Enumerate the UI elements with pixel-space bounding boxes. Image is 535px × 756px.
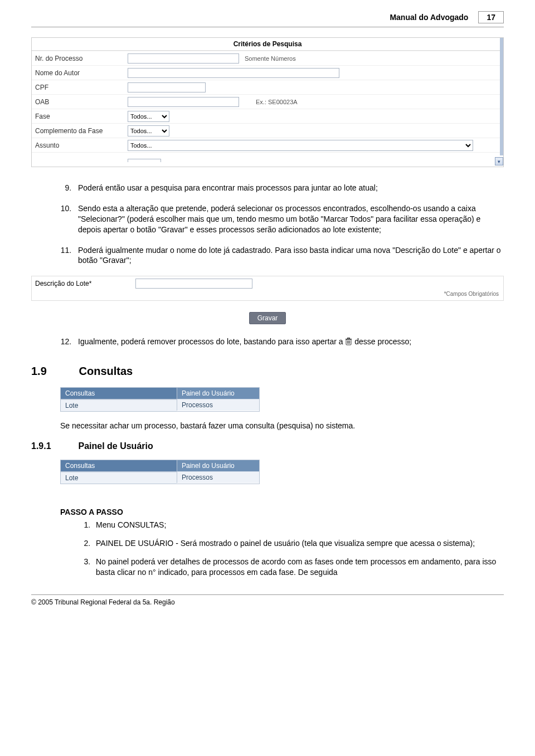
select-fase[interactable]: Todos... bbox=[128, 111, 169, 122]
scroll-down-icon[interactable]: ▾ bbox=[495, 157, 503, 165]
menu-consultas-header[interactable]: Consultas bbox=[61, 388, 177, 399]
label-oab: OAB bbox=[32, 98, 127, 106]
select-compl-fase[interactable]: Todos... bbox=[128, 125, 169, 136]
menu2-processos[interactable]: Processos bbox=[177, 471, 259, 483]
input-oab[interactable] bbox=[128, 97, 239, 107]
trash-icon bbox=[345, 338, 352, 345]
row-compl-fase: Complemento da Fase Todos... bbox=[32, 123, 503, 138]
menu-lote-item[interactable]: Lote bbox=[61, 399, 177, 411]
step-12-text-b: desse processo; bbox=[354, 337, 411, 346]
section-1-9-number: 1.9 bbox=[31, 365, 76, 378]
label-fase: Fase bbox=[32, 113, 127, 120]
row-nr-processo: Nr. do Processo Somente Números bbox=[32, 51, 503, 65]
row-cut-off bbox=[32, 152, 503, 167]
row-nome-autor: Nome do Autor bbox=[32, 65, 503, 80]
label-assunto: Assunto bbox=[32, 142, 127, 149]
page-header: Manual do Advogado 17 bbox=[31, 11, 504, 27]
label-desc-lote: Descrição do Lote* bbox=[35, 280, 130, 287]
label-nome-autor: Nome do Autor bbox=[32, 69, 127, 77]
step-9: Poderá então usar a pesquisa para encont… bbox=[74, 183, 504, 193]
menu-painel-usuario[interactable]: Painel do Usuário bbox=[177, 388, 259, 399]
scrollbar-track[interactable] bbox=[500, 38, 503, 155]
hint-oab: Ex.: SE00023A bbox=[256, 99, 298, 105]
steps-list-cont: Igualmente, poderá remover processos do … bbox=[58, 336, 504, 347]
section-1-9-1-heading: 1.9.1 Painel de Usuário bbox=[31, 441, 504, 451]
step-10: Sendo esta a alteração que pretende, pod… bbox=[74, 203, 504, 235]
consultas-menu-1: Consultas Lote Painel do Usuário Process… bbox=[60, 387, 260, 412]
section-1-9-1-title: Painel de Usuário bbox=[78, 441, 153, 451]
label-cpf: CPF bbox=[32, 84, 127, 91]
section-1-9-1-number: 1.9.1 bbox=[31, 441, 76, 451]
menu2-painel-usuario[interactable]: Painel do Usuário bbox=[177, 460, 259, 471]
steps-list: Poderá então usar a pesquisa para encont… bbox=[58, 183, 504, 266]
section-1-9-heading: 1.9 Consultas bbox=[31, 365, 504, 378]
passo-2: PAINEL DE USUÁRIO - Será mostrado o pain… bbox=[93, 538, 504, 549]
campos-obrigatorios: *Campos Obrigatórios bbox=[32, 291, 503, 300]
input-desc-lote[interactable] bbox=[135, 279, 252, 289]
hint-nr-processo: Somente Números bbox=[245, 55, 296, 62]
svg-rect-5 bbox=[348, 338, 350, 339]
page-footer: © 2005 Tribunal Regional Federal da 5a. … bbox=[31, 594, 504, 606]
step-12: Igualmente, poderá remover processos do … bbox=[74, 336, 504, 347]
input-nr-processo[interactable] bbox=[128, 53, 239, 64]
para-1-9: Se necessitar achar um processo, bastará… bbox=[60, 421, 504, 431]
step-11: Poderá igualmente mudar o nome do lote j… bbox=[74, 245, 504, 266]
menu-processos[interactable]: Processos bbox=[177, 399, 259, 411]
passo-1: Menu CONSULTAS; bbox=[93, 520, 504, 530]
passo-list: Menu CONSULTAS; PAINEL DE USUÁRIO - Será… bbox=[80, 520, 504, 578]
menu2-lote-item[interactable]: Lote bbox=[61, 472, 177, 484]
consultas-menu-2: Consultas Lote Painel do Usuário Process… bbox=[60, 460, 260, 484]
label-compl-fase: Complemento da Fase bbox=[32, 127, 127, 135]
passo-a-passo-title: PASSO A PASSO bbox=[60, 508, 504, 516]
passo-3: No painel poderá ver detalhes de process… bbox=[93, 557, 504, 578]
section-1-9-title: Consultas bbox=[79, 365, 133, 377]
gravar-button[interactable]: Gravar bbox=[249, 312, 286, 324]
select-assunto[interactable]: Todos... bbox=[128, 140, 473, 151]
label-nr-processo: Nr. do Processo bbox=[32, 55, 127, 62]
search-form-screenshot: Critérios de Pesquisa Nr. do Processo So… bbox=[31, 37, 504, 167]
menu2-consultas-header[interactable]: Consultas bbox=[61, 460, 177, 472]
row-fase: Fase Todos... bbox=[32, 109, 503, 123]
doc-title: Manual do Advogado bbox=[390, 13, 468, 22]
row-assunto: Assunto Todos... bbox=[32, 138, 503, 152]
input-nome-autor[interactable] bbox=[128, 68, 339, 78]
search-form-title: Critérios de Pesquisa bbox=[32, 38, 503, 51]
input-cpf[interactable] bbox=[128, 82, 206, 92]
desc-lote-screenshot: Descrição do Lote* *Campos Obrigatórios bbox=[31, 276, 504, 301]
row-cpf: CPF bbox=[32, 80, 503, 94]
row-oab: OAB Ex.: SE00023A bbox=[32, 94, 503, 109]
step-12-text-a: Igualmente, poderá remover processos do … bbox=[78, 337, 345, 346]
page-number: 17 bbox=[478, 11, 504, 23]
